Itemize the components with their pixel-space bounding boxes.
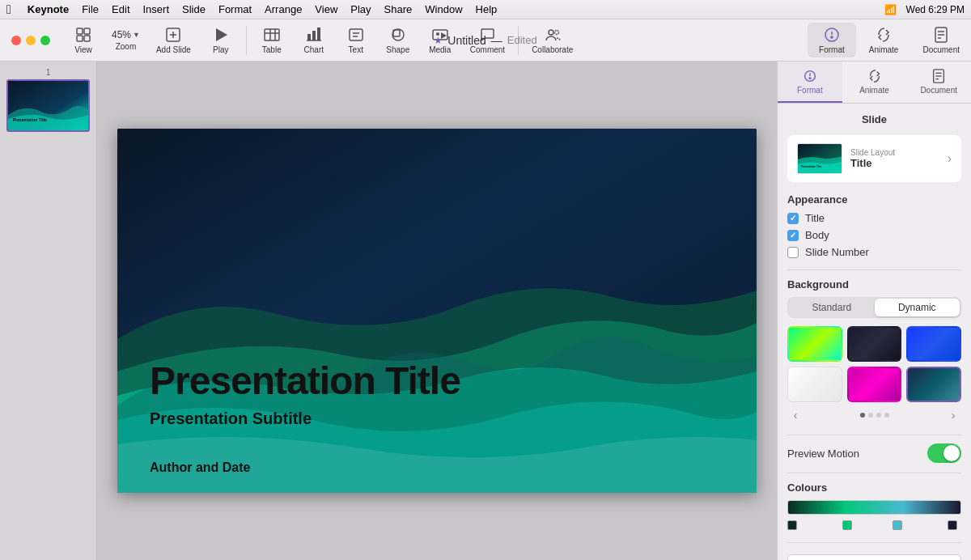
close-button[interactable] [11, 36, 21, 45]
menu-window[interactable]: Window [425, 3, 462, 15]
clock: Wed 6:29 PM [906, 4, 965, 15]
slide-number-checkbox[interactable] [787, 247, 799, 258]
window: View 45% ▼ Zoom Add Slide [0, 19, 971, 560]
slide-thumb-bg [8, 81, 88, 130]
chart-button[interactable]: Chart [294, 23, 334, 57]
svg-point-28 [831, 36, 833, 38]
menu-insert[interactable]: Insert [143, 3, 170, 15]
bg-dot-3[interactable] [876, 413, 881, 418]
body-checkbox[interactable] [787, 230, 799, 241]
zoom-control[interactable]: 45% ▼ Zoom [105, 26, 146, 54]
toggle-knob [943, 445, 960, 461]
slide-main-title[interactable]: Presentation Title [150, 360, 460, 403]
animate-panel-button[interactable]: Animate [858, 23, 910, 57]
menu-format[interactable]: Format [218, 3, 252, 15]
colour-stop-3[interactable] [893, 520, 902, 530]
bg-dot-1[interactable] [860, 413, 865, 418]
menu-help[interactable]: Help [476, 3, 498, 15]
menu-arrange[interactable]: Arrange [265, 3, 302, 15]
svg-rect-2 [77, 36, 83, 41]
slide-text-area: Presentation Title Presentation Subtitle [150, 360, 460, 428]
traffic-lights [0, 36, 50, 45]
document-panel-button[interactable]: Document [911, 23, 971, 57]
menu-play[interactable]: Play [350, 3, 371, 15]
toolbar: View 45% ▼ Zoom Add Slide [50, 23, 808, 57]
slide-1-thumbnail[interactable]: 1 Presentatio [6, 68, 90, 132]
menu-file[interactable]: File [82, 3, 99, 15]
slide-layout-chevron-icon: › [948, 151, 952, 166]
slide-canvas[interactable]: Presentation Title Presentation Subtitle… [117, 129, 757, 493]
right-panel: Format Animate [777, 62, 971, 560]
text-button[interactable]: Text [336, 23, 376, 57]
colour-stop-1[interactable] [787, 520, 797, 530]
swatch-rainbow[interactable] [787, 326, 842, 362]
titlebar: View 45% ▼ Zoom Add Slide [0, 19, 971, 62]
svg-rect-1 [84, 28, 90, 34]
zoom-label: Zoom [116, 42, 137, 51]
divider-1 [787, 269, 961, 270]
svg-point-19 [392, 29, 404, 40]
edited-badge: Edited [507, 34, 537, 46]
background-toggle: Standard Dynamic [787, 297, 961, 318]
layout-thumb-title: Presentation Title [801, 165, 821, 168]
play-label: Play [213, 45, 228, 54]
edit-layout-button[interactable]: Edit Slide Layout [787, 554, 961, 560]
svg-rect-13 [312, 31, 316, 40]
add-slide-button[interactable]: Add Slide [148, 23, 199, 57]
panel-buttons: Format Animate Document [808, 23, 971, 57]
tab-format[interactable]: Format [778, 62, 842, 103]
slide-author[interactable]: Author and Date [150, 460, 250, 475]
shape-button[interactable]: Shape [378, 23, 418, 57]
maximize-button[interactable] [40, 36, 50, 45]
title-checkbox-label: Title [805, 212, 825, 224]
tab-animate[interactable]: Animate [842, 62, 907, 103]
view-label: View [74, 45, 92, 54]
svg-rect-12 [307, 34, 311, 40]
slide-thumb-preview[interactable]: Presentation Title [6, 79, 90, 132]
menu-bar:  Keynote File Edit Insert Slide Format … [0, 0, 971, 19]
colour-stop-2[interactable] [842, 520, 852, 530]
swatch-magenta[interactable] [847, 367, 902, 402]
bg-next-button[interactable]: › [945, 407, 961, 423]
slide-panel: 1 Presentatio [0, 62, 97, 560]
slide-layout-name: Title [850, 157, 939, 169]
menu-share[interactable]: Share [384, 3, 413, 15]
minimize-button[interactable] [26, 36, 36, 45]
bg-prev-button[interactable]: ‹ [787, 407, 804, 423]
bg-dot-4[interactable] [884, 413, 889, 418]
appearance-title: Appearance [787, 193, 961, 206]
preview-motion-row: Preview Motion [787, 443, 961, 463]
menu-view[interactable]: View [315, 3, 337, 15]
title-checkbox[interactable] [787, 213, 799, 224]
colour-stop-4[interactable] [948, 520, 957, 530]
app-name[interactable]: Keynote [28, 3, 69, 15]
svg-point-25 [554, 31, 558, 35]
swatch-dark[interactable] [847, 326, 902, 362]
format-panel-button[interactable]: Format [808, 23, 856, 57]
slide-subtitle[interactable]: Presentation Subtitle [150, 409, 460, 428]
table-button[interactable]: Table [252, 23, 292, 57]
preview-motion-toggle[interactable] [927, 443, 961, 463]
menu-edit[interactable]: Edit [112, 3, 129, 15]
bg-dot-2[interactable] [868, 413, 873, 418]
play-button[interactable]: Play [201, 23, 241, 57]
swatch-white[interactable] [787, 367, 842, 402]
main-area: 1 Presentatio [0, 62, 971, 560]
swatch-jade[interactable]: Jade Cliffs [906, 367, 961, 402]
appearance-section: Appearance Title Body Slide Number [787, 193, 961, 258]
standard-toggle-btn[interactable]: Standard [789, 299, 875, 316]
slide-layout-card[interactable]: Presentation Title Slide Layout Title › [787, 135, 961, 182]
menu-slide[interactable]: Slide [182, 3, 206, 15]
svg-rect-8 [265, 29, 279, 40]
apple-menu[interactable]:  [6, 2, 11, 17]
divider-4 [787, 542, 961, 543]
swatch-blue[interactable] [906, 326, 961, 362]
view-button[interactable]: View [63, 23, 104, 57]
colour-gradient-bar[interactable] [787, 500, 961, 515]
document-title[interactable]: Untitled [447, 34, 486, 47]
canvas-area[interactable]: Presentation Title Presentation Subtitle… [97, 62, 777, 560]
dynamic-toggle-btn[interactable]: Dynamic [875, 299, 960, 316]
tab-document[interactable]: Document [906, 62, 971, 103]
background-swatches-row2: Jade Cliffs [787, 367, 961, 402]
tab-animate-label: Animate [859, 86, 889, 95]
